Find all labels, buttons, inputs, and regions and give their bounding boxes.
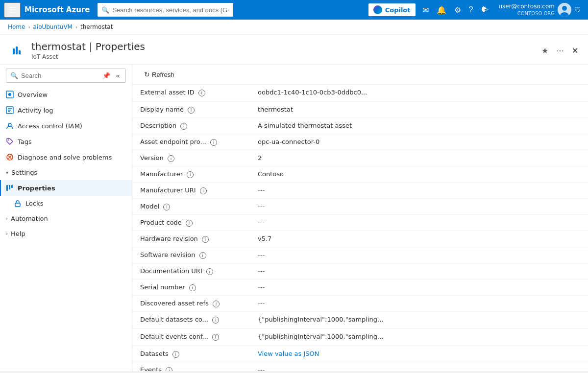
sidebar-section-help[interactable]: › Help xyxy=(0,226,132,241)
main-layout: 🔍 📌 « Overview xyxy=(0,65,588,371)
info-icon-external-id[interactable]: i xyxy=(198,90,205,96)
sidebar-item-activity-log[interactable]: Activity log xyxy=(0,102,132,118)
info-icon-product-code[interactable]: i xyxy=(186,220,193,227)
table-row: Default datasets co... i {"publishingInt… xyxy=(132,312,588,329)
sidebar-item-diagnose[interactable]: Diagnose and solve problems xyxy=(0,149,132,165)
main-content: ↻ Refresh External asset ID i oobdc1-1c4… xyxy=(132,65,588,371)
alerts-icon[interactable]: 🔔 xyxy=(434,3,449,17)
info-icon-software-revision[interactable]: i xyxy=(199,252,206,259)
sidebar-item-properties[interactable]: Properties xyxy=(0,180,132,196)
table-row: Manufacturer URI i --- xyxy=(132,183,588,199)
prop-value-serial-number: --- xyxy=(250,280,588,296)
prop-value-discovered-refs: --- xyxy=(250,296,588,312)
info-icon-discovered-refs[interactable]: i xyxy=(213,301,220,307)
table-row: Software revision i --- xyxy=(132,247,588,263)
table-row: Model i --- xyxy=(132,199,588,215)
user-menu[interactable]: user@contoso.com CONTOSO ORG 🛡 xyxy=(495,2,584,18)
table-row: Version i 2 xyxy=(132,150,588,166)
prop-value-model: --- xyxy=(250,199,588,215)
table-row: Serial number i --- xyxy=(132,280,588,296)
prop-value-version: 2 xyxy=(250,150,588,166)
info-icon-manufacturer-uri[interactable]: i xyxy=(200,187,207,194)
user-org: CONTOSO ORG xyxy=(498,10,555,17)
prop-label-manufacturer-uri: Manufacturer URI i xyxy=(132,183,250,199)
table-row: Datasets i View value as JSON xyxy=(132,346,588,362)
access-control-icon xyxy=(6,122,14,130)
toolbar: ↻ Refresh xyxy=(132,65,588,85)
prop-label-external-id: External asset ID i xyxy=(132,85,250,102)
table-row: Discovered asset refs i --- xyxy=(132,296,588,312)
hamburger-menu[interactable]: ☰ xyxy=(4,2,21,18)
page-title: thermostat | Properties xyxy=(31,41,534,52)
svg-point-9 xyxy=(8,123,11,126)
table-row: Display name i thermostat xyxy=(132,102,588,118)
sidebar-search-icon: 🔍 xyxy=(10,72,18,79)
sidebar-label-locks: Locks xyxy=(25,200,43,207)
sidebar-pin-button[interactable]: 📌 xyxy=(100,71,112,80)
feedback-icon[interactable]: 🗣 xyxy=(478,3,491,16)
page-header-actions: ★ ⋯ ✕ xyxy=(539,44,580,57)
breadcrumb-sep-2: › xyxy=(75,24,77,30)
sidebar-label-diagnose: Diagnose and solve problems xyxy=(18,154,112,161)
prop-value-software-revision: --- xyxy=(250,247,588,263)
view-json-link[interactable]: View value as JSON xyxy=(258,350,319,357)
sidebar-item-access-control[interactable]: Access control (IAM) xyxy=(0,118,132,134)
info-icon-description[interactable]: i xyxy=(180,123,187,130)
diagnose-icon xyxy=(6,153,14,161)
settings-icon[interactable]: ⚙ xyxy=(451,3,464,17)
info-icon-manufacturer[interactable]: i xyxy=(187,171,194,178)
favorite-button[interactable]: ★ xyxy=(539,44,550,57)
global-search-box: 🔍 xyxy=(98,3,233,17)
sidebar-section-settings[interactable]: ▾ Settings xyxy=(0,165,132,180)
info-icon-default-events[interactable]: i xyxy=(212,334,219,341)
info-icon-events[interactable]: i xyxy=(166,367,172,371)
prop-value-doc-uri: --- xyxy=(250,263,588,280)
breadcrumb-home[interactable]: Home xyxy=(8,23,25,30)
copilot-button[interactable]: Copilot xyxy=(368,3,416,16)
prop-label-software-revision: Software revision i xyxy=(132,247,250,263)
info-icon-serial-number[interactable]: i xyxy=(189,284,196,291)
sidebar-search-box: 🔍 📌 « xyxy=(6,69,126,83)
topnav-icon-group: ✉ 🔔 ⚙ ? 🗣 xyxy=(419,3,492,17)
help-icon[interactable]: ? xyxy=(466,3,476,16)
table-row: Product code i --- xyxy=(132,215,588,231)
prop-label-serial-number: Serial number i xyxy=(132,280,250,296)
prop-value-asset-endpoint: opc-ua-connector-0 xyxy=(250,134,588,150)
sidebar-item-overview[interactable]: Overview xyxy=(0,87,132,102)
sidebar-collapse-button[interactable]: « xyxy=(114,71,122,80)
copilot-label: Copilot xyxy=(385,6,411,14)
info-icon-display-name[interactable]: i xyxy=(188,107,195,114)
info-icon-version[interactable]: i xyxy=(168,155,174,162)
notifications-icon[interactable]: ✉ xyxy=(419,3,432,17)
properties-icon xyxy=(6,184,14,192)
sidebar-item-tags[interactable]: Tags xyxy=(0,134,132,149)
more-options-button[interactable]: ⋯ xyxy=(554,44,566,57)
sidebar-section-automation[interactable]: › Automation xyxy=(0,211,132,226)
info-icon-model[interactable]: i xyxy=(163,204,170,210)
breadcrumb-sep-1: › xyxy=(28,24,30,30)
info-icon-datasets[interactable]: i xyxy=(172,351,179,358)
prop-label-model: Model i xyxy=(132,199,250,215)
svg-point-1 xyxy=(562,6,567,11)
prop-value-default-datasets: {"publishingInterval":1000,"sampling... xyxy=(250,312,588,329)
info-icon-doc-uri[interactable]: i xyxy=(206,268,213,275)
settings-chevron: ▾ xyxy=(6,170,8,175)
breadcrumb-vm[interactable]: aioUbuntuVM xyxy=(33,23,73,30)
close-button[interactable]: ✕ xyxy=(570,44,580,57)
sidebar-item-locks[interactable]: Locks xyxy=(0,196,132,211)
sidebar-search-actions: 📌 « xyxy=(100,71,122,80)
user-info: user@contoso.com CONTOSO ORG xyxy=(498,3,555,17)
prop-value-default-events: {"publishingInterval":1000,"sampling... xyxy=(250,329,588,346)
table-row: Default events conf... i {"publishingInt… xyxy=(132,329,588,346)
refresh-button[interactable]: ↻ Refresh xyxy=(140,69,178,80)
global-search-input[interactable] xyxy=(112,6,229,14)
table-row: External asset ID i oobdc1-1c40-1c10-0cb… xyxy=(132,85,588,102)
prop-label-doc-uri: Documentation URI i xyxy=(132,263,250,280)
info-icon-hardware-revision[interactable]: i xyxy=(202,236,209,243)
sidebar-search-input[interactable] xyxy=(21,72,98,79)
info-icon-asset-endpoint[interactable]: i xyxy=(210,139,217,146)
prop-label-description: Description i xyxy=(132,118,250,134)
page-header-icon xyxy=(8,42,25,59)
prop-value-display-name: thermostat xyxy=(250,102,588,118)
info-icon-default-datasets[interactable]: i xyxy=(212,317,219,324)
